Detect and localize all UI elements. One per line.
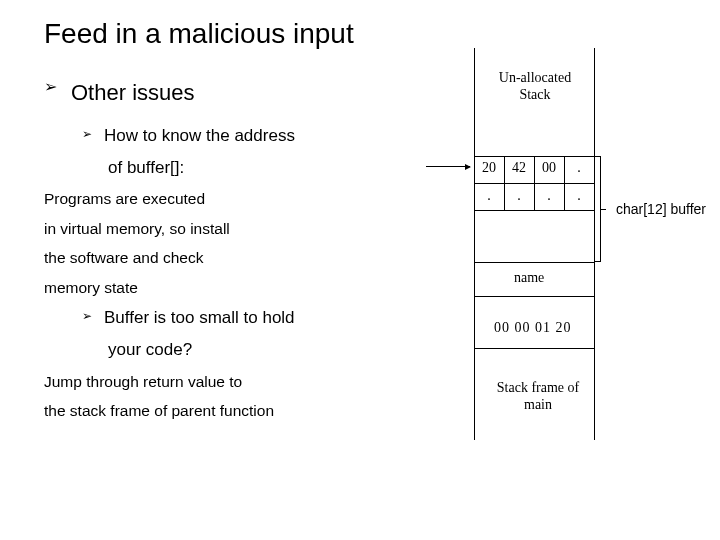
bullet-other-issues: ➢ Other issues	[44, 72, 384, 114]
bullet-how-to-know: ➢ How to know the address	[82, 120, 384, 152]
left-column: ➢ Other issues ➢ How to know the address…	[44, 72, 384, 426]
cell-r1c3: 00	[534, 160, 564, 176]
ret-value: 00 00 01 20	[494, 320, 572, 336]
para-programs-2: in virtual memory, so install	[44, 214, 384, 243]
bullet-l2b-text: Buffer is too small to hold	[104, 302, 295, 334]
para-programs-3: the software and check	[44, 243, 384, 272]
bullet-l2a-text: How to know the address	[104, 120, 295, 152]
para-jump-2: the stack frame of parent function	[44, 396, 384, 425]
line-name-top	[474, 262, 594, 263]
line-ret-bot	[474, 348, 594, 349]
stack-frame-label: Stack frame of main	[488, 380, 588, 414]
cell-r1c1: 20	[474, 160, 504, 176]
cell-r2c2: .	[504, 188, 534, 204]
unallocated-label: Un-allocated Stack	[494, 70, 576, 104]
line-buf-mid	[474, 183, 594, 184]
buffer-bracket-icon	[600, 156, 601, 262]
slide-title: Feed in a malicious input	[44, 18, 690, 50]
cell-r2c4: .	[564, 188, 594, 204]
line-name-bot	[474, 296, 594, 297]
bullet-l1-text: Other issues	[71, 72, 195, 114]
cell-r2c1: .	[474, 188, 504, 204]
bracket-tick-icon	[600, 209, 606, 210]
diagram-right-border	[594, 48, 595, 440]
bullet-glyph-icon: ➢	[44, 72, 57, 102]
char12-buffer-label: char[12] buffer	[616, 201, 706, 217]
cell-r1c2: 42	[504, 160, 534, 176]
bullet-l2b-cont: your code?	[108, 334, 384, 366]
bullet-glyph-icon: ➢	[82, 302, 92, 330]
cell-r2c3: .	[534, 188, 564, 204]
bullet-glyph-icon: ➢	[82, 120, 92, 148]
arrow-into-buffer-icon	[426, 166, 470, 167]
cell-r1c4: .	[564, 160, 594, 176]
para-jump-1: Jump through return value to	[44, 367, 384, 396]
para-programs-4: memory state	[44, 273, 384, 302]
slide: Feed in a malicious input ➢ Other issues…	[0, 0, 720, 540]
diagram-left-border	[474, 48, 475, 440]
right-column: Un-allocated Stack 20 42 00 . . .	[384, 72, 690, 502]
bullet-l2a-cont: of buffer[]:	[108, 152, 384, 184]
bullet-buffer-small: ➢ Buffer is too small to hold	[82, 302, 384, 334]
para-programs-1: Programs are executed	[44, 184, 384, 213]
content-row: ➢ Other issues ➢ How to know the address…	[44, 72, 690, 502]
name-label: name	[514, 270, 544, 286]
line-buf-bot	[474, 210, 594, 211]
